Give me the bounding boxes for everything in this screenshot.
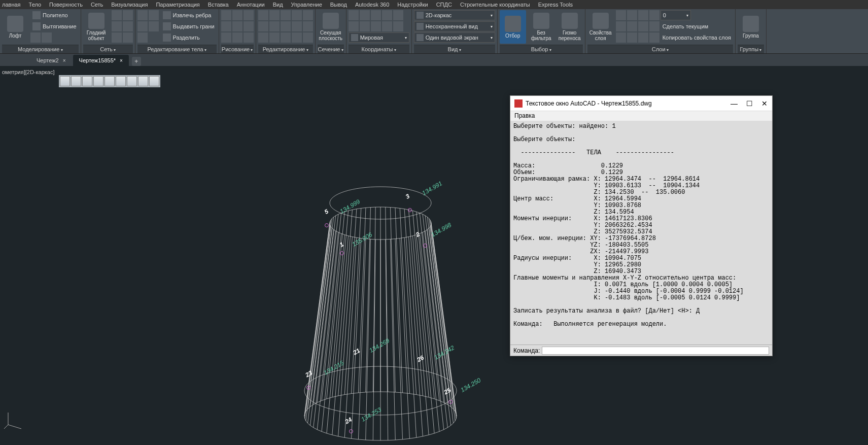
stretch-icon[interactable] xyxy=(258,32,268,43)
ucs-icon[interactable] xyxy=(349,21,359,31)
layer-tool-icon[interactable] xyxy=(627,10,637,20)
panel-label[interactable]: Редактирование тела xyxy=(137,45,217,53)
layer-tool-icon[interactable] xyxy=(638,21,648,31)
copy-layer-props-button[interactable]: Копировать свойства слоя xyxy=(661,32,733,43)
layer-tool-icon[interactable] xyxy=(627,32,637,43)
hatch-icon[interactable] xyxy=(232,32,242,43)
extrude-faces-button[interactable]: Выдавить грани xyxy=(161,21,217,31)
tool-icon[interactable] xyxy=(112,32,122,43)
no-filter-button[interactable]: Без фильтра xyxy=(528,10,554,44)
minimize-button[interactable]: — xyxy=(731,99,738,108)
layer-tool-icon[interactable] xyxy=(649,21,659,31)
tool-icon[interactable] xyxy=(123,21,133,31)
arc-icon[interactable] xyxy=(221,21,231,31)
panel-label[interactable]: Группы xyxy=(738,45,764,53)
ucs-icon[interactable] xyxy=(393,21,403,31)
menu-item[interactable]: СПДС xyxy=(436,2,452,8)
filter-button[interactable]: Отбор xyxy=(500,10,526,44)
split-button[interactable]: Разделить xyxy=(161,32,217,43)
panel-label[interactable]: Выбор xyxy=(500,45,583,53)
smooth-object-button[interactable]: Гладкий объект xyxy=(83,10,110,44)
tool-icon[interactable] xyxy=(292,21,302,31)
circle-icon[interactable] xyxy=(244,10,254,20)
menu-item[interactable]: Управление xyxy=(291,2,322,8)
close-button[interactable]: ✕ xyxy=(761,99,768,108)
vp-tool-icon[interactable] xyxy=(82,76,92,86)
tool-icon[interactable] xyxy=(149,10,159,20)
group-button[interactable]: Группа xyxy=(738,10,764,44)
scale-icon[interactable] xyxy=(269,32,280,43)
tool-icon[interactable] xyxy=(303,21,313,31)
ucs-icon[interactable] xyxy=(360,10,370,20)
vp-tool-icon[interactable] xyxy=(105,76,115,86)
current-layer-combo[interactable]: 0 xyxy=(661,10,691,20)
layer-tool-icon[interactable] xyxy=(616,10,626,20)
menu-item[interactable]: Сеть xyxy=(91,2,103,8)
close-icon[interactable]: × xyxy=(63,58,66,63)
layer-tool-icon[interactable] xyxy=(627,21,637,31)
make-current-button[interactable]: Сделать текущим xyxy=(661,21,710,31)
doc-tab-active[interactable]: Чертеж15855*× xyxy=(73,55,129,66)
tool-icon[interactable] xyxy=(123,10,133,20)
pline-icon[interactable] xyxy=(232,10,242,20)
vp-tool-icon[interactable] xyxy=(127,76,137,86)
ucs-icon[interactable] xyxy=(371,21,381,31)
ellipse-icon[interactable] xyxy=(244,21,254,31)
panel-label[interactable]: Рисование xyxy=(221,45,254,53)
layer-tool-icon[interactable] xyxy=(638,32,648,43)
text-window-titlebar[interactable]: Текстовое окно AutoCAD - Чертеж15855.dwg… xyxy=(510,96,772,111)
vp-tool-icon[interactable] xyxy=(60,76,70,86)
tool-icon[interactable] xyxy=(30,32,41,43)
menu-item[interactable]: Autodesk 360 xyxy=(355,2,389,8)
tool-icon[interactable] xyxy=(292,32,302,43)
panel-label[interactable]: Сеть xyxy=(83,45,133,53)
tool-icon[interactable] xyxy=(137,32,148,43)
vp-tool-icon[interactable] xyxy=(116,76,126,86)
copy-icon[interactable] xyxy=(258,21,268,31)
tool-icon[interactable] xyxy=(42,32,52,43)
vp-tool-icon[interactable] xyxy=(149,76,159,86)
menu-item[interactable]: Вид xyxy=(273,2,283,8)
layer-props-button[interactable]: Свойства слоя xyxy=(587,10,614,44)
line-icon[interactable] xyxy=(221,10,231,20)
doc-tab[interactable]: Чертеж2× xyxy=(30,55,72,66)
text-window-menu[interactable]: Правка xyxy=(510,111,772,121)
ucs-icon[interactable] xyxy=(349,10,359,20)
tool-icon[interactable] xyxy=(112,21,122,31)
command-input[interactable] xyxy=(542,347,769,355)
tool-icon[interactable] xyxy=(292,10,302,20)
point-icon[interactable] xyxy=(221,32,231,43)
panel-label[interactable]: Слои xyxy=(587,45,733,53)
panel-label[interactable]: Координаты xyxy=(349,45,409,53)
rect-icon[interactable] xyxy=(232,21,242,31)
close-icon[interactable]: × xyxy=(120,58,123,63)
ucs-icon[interactable] xyxy=(371,10,381,20)
layer-tool-icon[interactable] xyxy=(616,32,626,43)
rotate-icon[interactable] xyxy=(269,10,280,20)
trim-icon[interactable] xyxy=(281,10,291,20)
wcs-combo[interactable]: Мировая xyxy=(349,32,409,43)
menu-item[interactable]: Надстройки xyxy=(397,2,428,8)
panel-label[interactable]: Моделирование xyxy=(2,45,79,53)
presspull-button[interactable]: Вытягивание xyxy=(30,21,79,31)
tool-icon[interactable] xyxy=(123,32,133,43)
polysolid-button[interactable]: Политело xyxy=(30,10,79,20)
tool-icon[interactable] xyxy=(112,10,122,20)
named-view-combo[interactable]: Несохраненный вид xyxy=(414,21,495,31)
vp-tool-icon[interactable] xyxy=(71,76,81,86)
vp-tool-icon[interactable] xyxy=(93,76,103,86)
new-tab-button[interactable]: + xyxy=(132,57,141,66)
ucs-icon[interactable] xyxy=(382,21,392,31)
viewport-label[interactable]: ометрия][2D-каркас] xyxy=(2,69,55,75)
menu-item[interactable]: Тело xyxy=(29,2,42,8)
text-icon[interactable] xyxy=(244,32,254,43)
menu-item[interactable]: Строительные координаты xyxy=(460,2,530,8)
ucs-icon[interactable] xyxy=(393,10,403,20)
text-window-output[interactable]: Выберите объекты: найдено: 1 Выберите об… xyxy=(510,121,772,345)
loft-button[interactable]: Лофт xyxy=(2,10,28,44)
array-icon[interactable] xyxy=(281,32,291,43)
menu-item[interactable]: Express Tools xyxy=(538,2,573,8)
move-gizmo-button[interactable]: Гизмо переноса xyxy=(557,10,583,44)
tool-icon[interactable] xyxy=(149,21,159,31)
tool-icon[interactable] xyxy=(303,10,313,20)
